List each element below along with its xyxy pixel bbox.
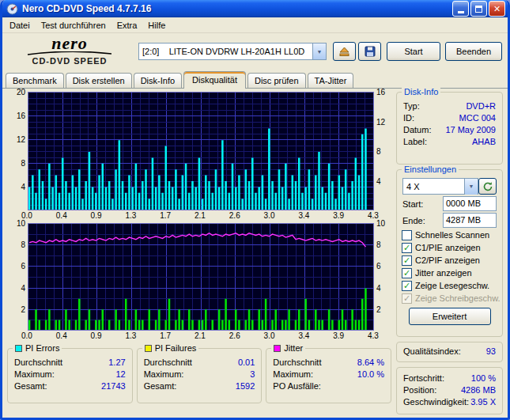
menu-test-durchfuehren[interactable]: Test durchführen <box>36 18 111 32</box>
disk-info-label: ID: <box>403 113 414 123</box>
quality-index-label: Qualitätsindex: <box>403 346 461 356</box>
pi-errors-chart <box>28 92 374 210</box>
tab-disk-info[interactable]: Disk-Info <box>134 73 182 88</box>
refresh-button[interactable] <box>478 178 497 195</box>
pi-failures-chart-block: 246810 246810 0.00.40.91.31.72.12.63.03.… <box>7 223 391 342</box>
speed-value: 3.95 X <box>470 397 496 407</box>
stat-value: 8.64 % <box>357 358 384 367</box>
tab-diskqualitaet[interactable]: Diskqualität <box>183 71 246 89</box>
quality-index-value: 93 <box>486 346 496 356</box>
pi-errors-x-axis: 0.00.40.91.31.72.12.63.03.43.94.3 <box>28 210 374 221</box>
stat-value: 3 <box>250 369 255 379</box>
stat-label: Maximum: <box>14 369 55 379</box>
charts-column: 48121620 481216 0.00.40.91.31.72.12.63.0… <box>7 92 391 415</box>
menu-datei[interactable]: Datei <box>4 18 36 32</box>
checkbox-c1-pie-anzeigen[interactable]: ✓ C1/PIE anzeigen <box>401 241 498 254</box>
pi-failures-x-axis: 0.00.40.91.31.72.12.63.03.43.94.3 <box>28 331 374 342</box>
tab-disc-pruefen[interactable]: Disc prüfen <box>247 73 306 88</box>
stat-value: 1.27 <box>108 358 125 367</box>
progress-value: 100 % <box>471 373 496 383</box>
drive-select[interactable]: [2:0] LITE-ON DVDRW LH-20A1H LL0D ▼ <box>138 43 327 60</box>
nero-product-text: CD-DVD SPEED <box>10 56 129 66</box>
disk-info-value: DVD+R <box>466 101 496 111</box>
start-field[interactable]: 0000 MB <box>443 196 497 211</box>
stat-value: 1592 <box>236 381 255 391</box>
pi-errors-chart-block: 48121620 481216 0.00.40.91.31.72.12.63.0… <box>7 92 391 221</box>
checkbox-icon: ✓ <box>402 293 412 304</box>
tab-benchmark[interactable]: Benchmark <box>6 73 64 88</box>
pi-failures-legend-icon <box>145 345 152 352</box>
stat-label: Durchschnitt <box>144 358 192 367</box>
minimize-button[interactable] <box>452 1 469 17</box>
close-button[interactable]: ✕ <box>489 1 505 17</box>
disk-info-value: 17 May 2009 <box>445 125 496 134</box>
tab-ta-jitter[interactable]: TA-Jitter <box>308 73 354 88</box>
speed-select-dropdown-button[interactable]: ▼ <box>464 179 478 195</box>
checkbox-c2-pif-anzeigen[interactable]: ✓ C2/PIF anzeigen <box>401 254 498 267</box>
settings-box: Einstellungen 4 X ▼ Start: 00 <box>396 169 503 337</box>
checkbox-icon: ✓ <box>402 243 412 253</box>
progress-label: Fortschritt: <box>403 373 444 383</box>
quit-button[interactable]: Beenden <box>445 42 502 61</box>
pi-failures-y-axis-left: 246810 <box>7 223 28 331</box>
stat-label: Durchschnitt <box>273 358 321 367</box>
disk-info-value: AHAB <box>472 137 496 146</box>
save-button[interactable] <box>358 42 381 61</box>
pi-failures-stats-title: PI Failures <box>155 343 197 353</box>
nero-logo: nero CD-DVD SPEED <box>10 36 129 66</box>
disk-info-label: Datum: <box>403 125 431 134</box>
end-field-label: Ende: <box>402 216 425 225</box>
stat-value: 12 <box>115 369 125 379</box>
sidebar: Disk-Info Typ:DVD+R ID:MCC 004 Datum:17 … <box>396 92 503 415</box>
stat-label: Gesamt: <box>144 381 177 391</box>
disk-info-label: Typ: <box>403 101 420 111</box>
end-field[interactable]: 4287 MB <box>443 213 497 228</box>
pi-errors-legend-icon <box>15 345 22 352</box>
checkbox-icon: ✓ <box>402 230 412 240</box>
toolbar: nero CD-DVD SPEED [2:0] LITE-ON DVDRW LH… <box>2 33 508 70</box>
position-label: Position: <box>403 385 436 395</box>
drive-select-dropdown-button[interactable]: ▼ <box>312 44 326 59</box>
checkbox-zeige-schreibgeschw: ✓ Zeige Schreibgeschw. <box>401 292 498 305</box>
window-title: Nero CD-DVD Speed 4.7.7.16 <box>22 3 452 14</box>
menu-extra[interactable]: Extra <box>111 18 143 32</box>
menu-bar: Datei Test durchführen Extra Hilfe <box>2 17 508 33</box>
pi-failures-y-axis-right: 246810 <box>374 223 391 331</box>
checkbox-icon: ✓ <box>402 255 412 266</box>
disk-info-label: Label: <box>403 137 427 146</box>
checkbox-schnelles-scannen[interactable]: ✓ Schnelles Scannen <box>401 229 498 241</box>
jitter-stats-title: Jitter <box>284 343 303 353</box>
checkbox-jitter-anzeigen[interactable]: ✓ Jitter anzeigen <box>401 267 498 279</box>
app-icon <box>6 3 18 15</box>
menu-hilfe[interactable]: Hilfe <box>142 18 171 32</box>
quality-index-box: Qualitätsindex: 93 <box>396 342 503 362</box>
eject-icon <box>338 46 350 57</box>
start-field-label: Start: <box>402 199 423 209</box>
stat-label: Durchschnitt <box>14 358 62 367</box>
pi-failures-jitter-chart <box>28 223 374 331</box>
stat-value: 21743 <box>101 381 126 391</box>
pi-errors-stats-box: PI Errors Durchschnitt1.27 Maximum:12 Ge… <box>7 348 133 403</box>
tab-disk-erstellen[interactable]: Disk erstellen <box>66 73 132 88</box>
checkbox-zeige-lesegeschw[interactable]: ✓ Zeige Lesegeschw. <box>401 279 498 292</box>
chevron-down-icon: ▼ <box>317 49 323 55</box>
speed-select[interactable]: 4 X ▼ <box>402 178 478 195</box>
main-content: 48121620 481216 0.00.40.91.31.72.12.63.0… <box>2 89 508 415</box>
settings-title: Einstellungen <box>402 165 459 174</box>
title-bar[interactable]: Nero CD-DVD Speed 4.7.7.16 ✕ <box>2 0 508 17</box>
advanced-button[interactable]: Erweitert <box>409 308 491 325</box>
position-value: 4286 MB <box>461 385 496 395</box>
disk-info-box: Disk-Info Typ:DVD+R ID:MCC 004 Datum:17 … <box>396 92 503 165</box>
start-button[interactable]: Start <box>387 42 440 61</box>
eject-button[interactable] <box>333 42 356 61</box>
stats-row: PI Errors Durchschnitt1.27 Maximum:12 Ge… <box>7 348 391 403</box>
stat-label: PO Ausfälle: <box>273 381 321 391</box>
close-icon: ✕ <box>493 4 501 14</box>
pi-errors-stats-title: PI Errors <box>25 343 59 353</box>
save-icon <box>365 46 376 57</box>
chevron-down-icon: ▼ <box>469 184 474 189</box>
disk-info-title: Disk-Info <box>402 87 440 96</box>
maximize-button[interactable] <box>470 1 487 17</box>
stat-value: 10.0 % <box>357 369 384 379</box>
tab-strip: Benchmark Disk erstellen Disk-Info Diskq… <box>2 70 508 89</box>
